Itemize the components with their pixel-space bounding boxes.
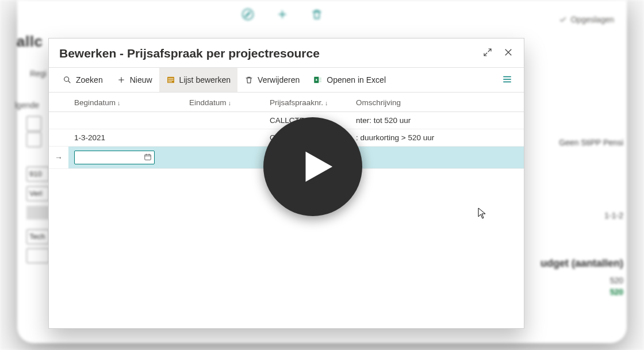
- bg-input-910[interactable]: 910: [26, 167, 49, 182]
- svg-rect-8: [319, 79, 322, 80]
- svg-rect-10: [503, 76, 511, 77]
- expand-icon[interactable]: [482, 47, 493, 60]
- bg-budget-heading: udget (aantallen): [540, 257, 623, 270]
- svg-rect-4: [168, 80, 173, 80]
- bg-input-2[interactable]: [26, 132, 41, 147]
- col-gutter: [49, 93, 68, 112]
- svg-rect-12: [503, 81, 511, 82]
- dialog-header: Bewerken - Prijsafspraak per projectreso…: [49, 39, 524, 67]
- bg-input-tech[interactable]: Tech: [26, 229, 49, 244]
- cell-eind[interactable]: [183, 129, 264, 147]
- bg-v1: 520: [610, 276, 623, 285]
- col-prijsafspraaknr[interactable]: Prijsafspraaknr.↓: [264, 93, 350, 112]
- saved-status: Opgeslagen: [559, 15, 614, 24]
- svg-rect-9: [319, 81, 322, 82]
- bg-stipp: Geen StiPP Pensi: [559, 138, 623, 147]
- cell-omsch[interactable]: : duurkorting > 520 uur: [350, 129, 524, 147]
- bg-page-title: allc: [17, 33, 43, 51]
- bg-label-lgende: lgende: [15, 101, 39, 110]
- bg-toolbar: [241, 8, 323, 23]
- bg-v2: 520: [610, 287, 623, 297]
- bg-input-1[interactable]: [26, 116, 41, 131]
- svg-rect-13: [145, 154, 151, 159]
- close-icon[interactable]: [503, 47, 513, 60]
- open-excel-button[interactable]: Openen in Excel: [306, 68, 393, 92]
- cell-eind[interactable]: [183, 112, 264, 129]
- svg-rect-7: [319, 78, 322, 79]
- trash-icon[interactable]: [310, 8, 323, 23]
- bg-input-blank[interactable]: [26, 248, 49, 263]
- col-begindatum[interactable]: Begindatum↓: [68, 93, 160, 112]
- calendar-icon[interactable]: [144, 153, 152, 163]
- svg-rect-5: [168, 82, 172, 82]
- row-indicator-icon: →: [55, 153, 63, 162]
- edit-list-button[interactable]: Lijst bewerken: [159, 68, 238, 92]
- cell-omsch[interactable]: nter: tot 520 uur: [350, 112, 524, 129]
- pencil-icon[interactable]: [241, 8, 254, 23]
- search-button[interactable]: Zoeken: [56, 68, 110, 92]
- bg-grey-block: [26, 206, 49, 220]
- new-button[interactable]: Nieuw: [110, 68, 159, 92]
- cell-begin[interactable]: [68, 112, 160, 129]
- dialog-title: Bewerken - Prijsafspraak per projectreso…: [59, 47, 320, 60]
- svg-point-1: [64, 77, 69, 82]
- delete-button[interactable]: Verwijderen: [237, 68, 306, 92]
- plus-icon[interactable]: [276, 8, 289, 23]
- list-view-icon[interactable]: [497, 74, 517, 86]
- play-icon: [296, 147, 336, 187]
- col-einddatum[interactable]: Einddatum↓: [183, 93, 264, 112]
- cell-begin-input[interactable]: [68, 147, 160, 169]
- col-options: [160, 93, 183, 112]
- play-button[interactable]: [263, 117, 362, 216]
- cell-begin[interactable]: 1-3-2021: [68, 129, 160, 147]
- col-omschrijving[interactable]: Omschrijving: [350, 93, 524, 112]
- cell-omsch[interactable]: [350, 147, 524, 169]
- bg-input-verl[interactable]: Verl: [26, 186, 49, 201]
- svg-rect-3: [168, 78, 173, 79]
- bg-date: 1-1-2: [604, 211, 623, 220]
- bg-label-regi: Regi: [30, 69, 47, 78]
- svg-rect-11: [503, 79, 511, 80]
- cell-eind[interactable]: [183, 147, 264, 169]
- dialog-toolbar: Zoeken Nieuw Lijst bewerken Verwijderen …: [49, 67, 524, 93]
